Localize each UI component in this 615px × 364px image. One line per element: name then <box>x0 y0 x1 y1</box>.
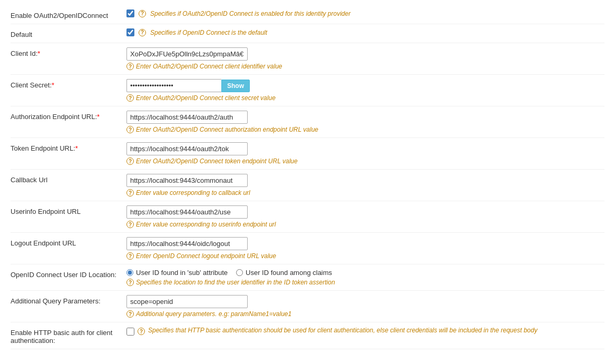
http-basic-auth-hint: Specifies that HTTP basic authentication… <box>148 327 604 334</box>
enable-oauth-checkbox[interactable] <box>126 9 134 17</box>
userinfo-endpoint-hint: Enter value corresponding to userinfo en… <box>136 221 276 228</box>
http-basic-auth-field: ? Specifies that HTTP basic authenticati… <box>126 327 604 336</box>
callback-url-row: Callback Url ? Enter value corresponding… <box>11 170 604 201</box>
client-secret-required: * <box>52 81 54 89</box>
user-id-location-field: User ID found in 'sub' attribute User ID… <box>126 269 604 286</box>
enable-oauth-field: ? Specifies if OAuth2/OpenID Connect is … <box>126 9 604 17</box>
client-id-label: Client Id:* <box>11 47 126 57</box>
auth-endpoint-hint: Enter OAuth2/OpenID Connect authorizatio… <box>136 126 318 133</box>
auth-endpoint-field: ? Enter OAuth2/OpenID Connect authorizat… <box>126 111 604 133</box>
client-secret-label: Client Secret:* <box>11 79 126 89</box>
client-secret-input[interactable] <box>126 79 221 92</box>
user-id-location-label: OpenID Connect User ID Location: <box>11 269 126 279</box>
default-hint-icon: ? <box>139 29 146 36</box>
user-id-claims-label: User ID found among claims <box>246 269 332 277</box>
token-endpoint-label: Token Endpoint URL:* <box>11 142 126 152</box>
additional-query-field: ? Additional query parameters. e.g: para… <box>126 295 604 318</box>
enable-oauth-hint: Specifies if OAuth2/OpenID Connect is en… <box>150 10 350 17</box>
token-endpoint-row: Token Endpoint URL:* ? Enter OAuth2/Open… <box>11 138 604 170</box>
callback-url-hint-icon: ? <box>126 189 134 196</box>
show-password-button[interactable]: Show <box>221 80 250 92</box>
userinfo-endpoint-field: ? Enter value corresponding to userinfo … <box>126 205 604 228</box>
http-basic-auth-label: Enable HTTP basic auth for client authen… <box>11 327 126 345</box>
callback-url-input[interactable] <box>126 174 248 187</box>
client-id-hint: Enter OAuth2/OpenID Connect client ident… <box>136 63 282 70</box>
logout-endpoint-label: Logout Endpoint URL <box>11 237 126 247</box>
logout-endpoint-hint: Enter OpenID Connect logout endpoint URL… <box>136 252 276 260</box>
auth-endpoint-row: Authorization Endpoint URL:* ? Enter OAu… <box>11 106 604 138</box>
user-id-location-row: OpenID Connect User ID Location: User ID… <box>11 264 604 291</box>
default-checkbox[interactable] <box>126 28 134 36</box>
userinfo-endpoint-label: Userinfo Endpoint URL <box>11 205 126 215</box>
form-container: Enable OAuth2/OpenIDConnect ? Specifies … <box>11 5 604 349</box>
http-basic-auth-hint-icon: ? <box>138 328 145 335</box>
client-id-field: ? Enter OAuth2/OpenID Connect client ide… <box>126 47 604 70</box>
userinfo-endpoint-hint-icon: ? <box>126 221 134 228</box>
http-basic-auth-checkbox[interactable] <box>126 328 134 336</box>
userinfo-endpoint-row: Userinfo Endpoint URL ? Enter value corr… <box>11 201 604 233</box>
enable-oauth-hint-icon: ? <box>139 10 146 17</box>
logout-endpoint-input[interactable] <box>126 237 248 250</box>
logout-endpoint-row: Logout Endpoint URL ? Enter OpenID Conne… <box>11 233 604 264</box>
auth-endpoint-input[interactable] <box>126 111 248 124</box>
default-hint: Specifies if OpenID Connect is the defau… <box>150 29 267 36</box>
auth-endpoint-label: Authorization Endpoint URL:* <box>11 111 126 121</box>
token-endpoint-input[interactable] <box>126 142 248 155</box>
user-id-sub-label: User ID found in 'sub' attribute <box>136 269 228 277</box>
logout-endpoint-field: ? Enter OpenID Connect logout endpoint U… <box>126 237 604 260</box>
token-endpoint-hint: Enter OAuth2/OpenID Connect token endpoi… <box>136 158 298 165</box>
user-id-hint: Specifies the location to find the user … <box>136 279 335 286</box>
client-id-row: Client Id:* ? Enter OAuth2/OpenID Connec… <box>11 43 604 75</box>
user-id-claims-option[interactable]: User ID found among claims <box>236 269 332 277</box>
additional-query-hint-icon: ? <box>126 310 134 318</box>
client-secret-hint-icon: ? <box>126 94 134 102</box>
additional-query-input[interactable] <box>126 295 248 308</box>
additional-query-label: Additional Query Parameters: <box>11 295 126 305</box>
client-secret-row: Client Secret:* Show ? Enter OAuth2/Open… <box>11 75 604 106</box>
auth-endpoint-hint-icon: ? <box>126 126 134 133</box>
token-endpoint-required: * <box>75 144 78 152</box>
client-id-input[interactable] <box>126 47 248 61</box>
user-id-sub-option[interactable]: User ID found in 'sub' attribute <box>126 269 228 277</box>
default-row: Default ? Specifies if OpenID Connect is… <box>11 24 604 43</box>
callback-url-hint: Enter value corresponding to callback ur… <box>136 189 250 196</box>
user-id-sub-radio[interactable] <box>126 269 133 276</box>
token-endpoint-hint-icon: ? <box>126 158 134 165</box>
callback-url-field: ? Enter value corresponding to callback … <box>126 174 604 196</box>
http-basic-auth-row: Enable HTTP basic auth for client authen… <box>11 322 604 349</box>
client-id-hint-icon: ? <box>126 63 134 70</box>
callback-url-label: Callback Url <box>11 174 126 184</box>
user-id-claims-radio[interactable] <box>236 269 243 276</box>
additional-query-row: Additional Query Parameters: ? Additiona… <box>11 291 604 322</box>
token-endpoint-field: ? Enter OAuth2/OpenID Connect token endp… <box>126 142 604 165</box>
enable-oauth-label: Enable OAuth2/OpenIDConnect <box>11 9 126 19</box>
auth-endpoint-required: * <box>97 113 100 121</box>
client-secret-hint: Enter OAuth2/OpenID Connect client secre… <box>136 94 276 102</box>
user-id-hint-icon: ? <box>126 279 134 286</box>
enable-oauth-row: Enable OAuth2/OpenIDConnect ? Specifies … <box>11 5 604 24</box>
additional-query-hint: Additional query parameters. e.g: paramN… <box>136 310 291 318</box>
default-label: Default <box>11 28 126 38</box>
default-field: ? Specifies if OpenID Connect is the def… <box>126 28 604 36</box>
client-secret-field: Show ? Enter OAuth2/OpenID Connect clien… <box>126 79 604 102</box>
client-id-required: * <box>37 50 40 57</box>
logout-endpoint-hint-icon: ? <box>126 252 134 260</box>
userinfo-endpoint-input[interactable] <box>126 205 248 219</box>
